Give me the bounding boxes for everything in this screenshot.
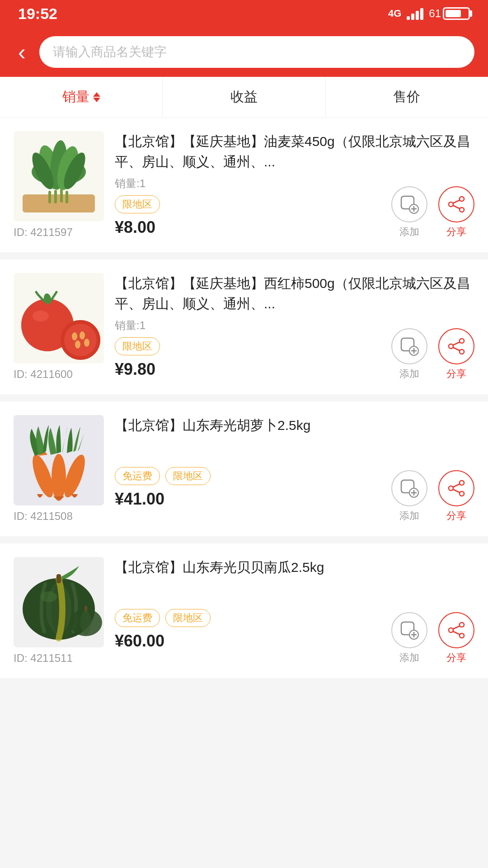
svg-point-38 xyxy=(460,349,464,354)
product-image xyxy=(14,415,104,505)
svg-point-44 xyxy=(52,454,66,501)
share-circle-icon xyxy=(438,612,474,648)
svg-line-20 xyxy=(453,206,460,209)
status-time: 19:52 xyxy=(18,5,57,23)
svg-line-54 xyxy=(453,490,460,493)
back-button[interactable]: ‹ xyxy=(14,36,30,68)
product-title: 【北京馆】山东寿光贝贝南瓜2.5kg xyxy=(115,557,474,577)
signal-bars-icon xyxy=(407,7,423,20)
product-image-wrap: ID: 4211511 xyxy=(14,557,104,665)
sort-price-label: 售价 xyxy=(393,88,420,106)
svg-point-29 xyxy=(72,332,77,340)
svg-point-28 xyxy=(64,324,97,356)
svg-point-31 xyxy=(75,340,80,349)
add-button[interactable]: 添加 xyxy=(391,328,427,381)
share-button[interactable]: 分享 xyxy=(438,612,474,665)
svg-rect-57 xyxy=(56,574,61,583)
add-label: 添加 xyxy=(399,225,419,239)
table-row: ID: 4211508 【北京馆】山东寿光胡萝卜2.5kg 免运费 限地区 ¥4… xyxy=(0,401,488,536)
svg-rect-11 xyxy=(48,191,51,203)
product-image-wrap: ID: 4211600 xyxy=(14,273,104,381)
share-button[interactable]: 分享 xyxy=(438,186,474,239)
share-label: 分享 xyxy=(446,225,466,239)
product-title: 【北京馆】【延庆基地】西红柿500g（仅限北京城六区及昌平、房山、顺义、通州、.… xyxy=(115,273,474,314)
top-nav: ‹ 请输入商品名关键字 xyxy=(0,27,488,77)
product-image xyxy=(14,557,104,647)
product-id: ID: 4211600 xyxy=(14,368,73,381)
product-actions: 添加 分享 xyxy=(391,328,474,381)
add-circle-icon xyxy=(391,612,427,648)
product-actions: 添加 分享 xyxy=(391,612,474,665)
sort-tab-sales[interactable]: 销量 xyxy=(0,77,163,117)
add-button[interactable]: 添加 xyxy=(391,612,427,665)
product-id: ID: 4211597 xyxy=(14,226,73,239)
svg-line-41 xyxy=(453,348,460,351)
add-circle-icon xyxy=(391,470,427,506)
svg-point-37 xyxy=(460,339,464,343)
svg-line-68 xyxy=(453,626,460,629)
sort-tab-revenue[interactable]: 收益 xyxy=(163,77,325,117)
svg-point-17 xyxy=(460,208,464,212)
svg-point-30 xyxy=(80,331,85,340)
table-row: ID: 4211511 【北京馆】山东寿光贝贝南瓜2.5kg 免运费 限地区 ¥… xyxy=(0,543,488,678)
status-icons: 4G 61 xyxy=(388,7,470,20)
table-row: ID: 4211600 【北京馆】【延庆基地】西红柿500g（仅限北京城六区及昌… xyxy=(0,259,488,394)
product-image xyxy=(14,131,104,222)
share-circle-icon xyxy=(438,328,474,364)
sort-revenue-label: 收益 xyxy=(230,88,258,106)
svg-point-32 xyxy=(84,339,89,347)
svg-rect-10 xyxy=(66,191,68,203)
svg-line-19 xyxy=(453,200,460,203)
battery-icon: 61 xyxy=(429,7,470,20)
add-button[interactable]: 添加 xyxy=(391,470,427,523)
add-label: 添加 xyxy=(399,509,419,523)
product-image-wrap: ID: 4211597 xyxy=(14,131,104,239)
product-title: 【北京馆】【延庆基地】油麦菜450g（仅限北京城六区及昌平、房山、顺义、通州、.… xyxy=(115,131,474,172)
product-actions: 添加 分享 xyxy=(391,470,474,523)
svg-point-52 xyxy=(449,486,453,491)
add-circle-icon xyxy=(391,328,427,364)
product-image xyxy=(14,273,104,363)
sort-sales-label: 销量 xyxy=(62,88,89,106)
svg-rect-8 xyxy=(54,190,57,203)
search-bar[interactable]: 请输入商品名关键字 xyxy=(39,36,474,68)
svg-point-16 xyxy=(460,197,464,201)
share-label: 分享 xyxy=(446,651,466,665)
product-title: 【北京馆】山东寿光胡萝卜2.5kg xyxy=(115,415,474,435)
svg-line-69 xyxy=(453,632,460,635)
svg-point-24 xyxy=(33,311,49,321)
add-label: 添加 xyxy=(399,367,419,381)
svg-line-53 xyxy=(453,484,460,487)
add-button[interactable]: 添加 xyxy=(391,186,427,239)
share-circle-icon xyxy=(438,186,474,222)
product-list: ID: 4211597 【北京馆】【延庆基地】油麦菜450g（仅限北京城六区及昌… xyxy=(0,118,488,678)
battery-level: 61 xyxy=(429,7,441,20)
svg-line-40 xyxy=(453,342,460,345)
svg-point-66 xyxy=(460,633,464,638)
share-circle-icon xyxy=(438,470,474,506)
tag-region: 限地区 xyxy=(165,609,211,627)
network-type-icon: 4G xyxy=(388,8,401,19)
add-label: 添加 xyxy=(399,651,419,665)
share-label: 分享 xyxy=(446,509,466,523)
svg-rect-1 xyxy=(23,194,95,212)
product-image-wrap: ID: 4211508 xyxy=(14,415,104,523)
product-id: ID: 4211511 xyxy=(14,652,73,665)
tag-free-ship: 免运费 xyxy=(115,609,160,627)
tag-region: 限地区 xyxy=(115,337,160,355)
sort-header: 销量 收益 售价 xyxy=(0,77,488,118)
svg-point-67 xyxy=(449,628,453,632)
sort-tab-price[interactable]: 售价 xyxy=(326,77,488,117)
svg-point-18 xyxy=(449,202,453,207)
product-id: ID: 4211508 xyxy=(14,510,73,523)
share-button[interactable]: 分享 xyxy=(438,470,474,523)
share-button[interactable]: 分享 xyxy=(438,328,474,381)
tag-free-ship: 免运费 xyxy=(115,467,160,485)
svg-rect-60 xyxy=(84,606,87,611)
svg-point-51 xyxy=(460,491,464,496)
product-actions: 添加 分享 xyxy=(391,186,474,239)
table-row: ID: 4211597 【北京馆】【延庆基地】油麦菜450g（仅限北京城六区及昌… xyxy=(0,118,488,252)
svg-point-58 xyxy=(41,591,57,602)
svg-point-50 xyxy=(460,481,464,485)
status-bar: 19:52 4G 61 xyxy=(0,0,488,27)
